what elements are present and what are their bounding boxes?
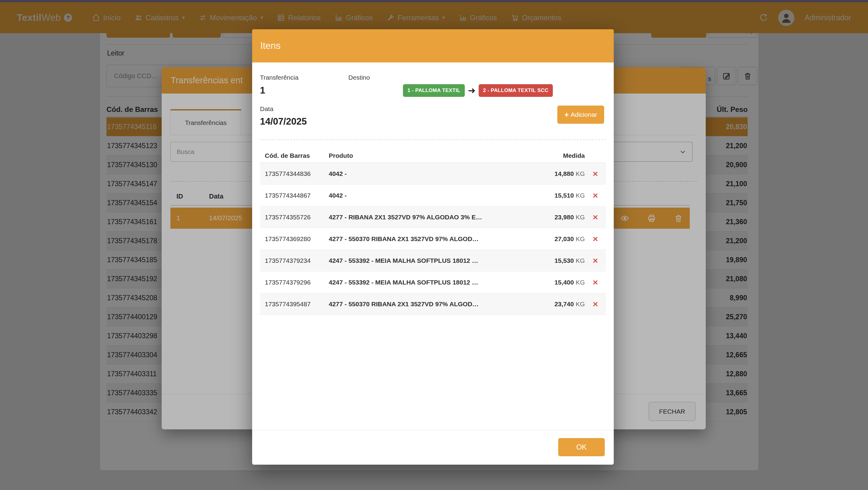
item-unit: KG	[576, 279, 585, 286]
items-table-row: 17357743954874277 - 550370 RIBANA 2X1 35…	[260, 293, 606, 315]
barcode-column-header: Cód. de Barras	[265, 152, 329, 159]
item-measure-cell: 15,400KG	[527, 279, 585, 286]
item-unit: KG	[576, 170, 585, 177]
add-item-button[interactable]: + Adicionar	[557, 105, 604, 124]
item-qty: 15,510	[554, 192, 574, 199]
item-barcode-cell: 1735774355726	[265, 214, 329, 221]
ok-button[interactable]: OK	[558, 438, 605, 456]
measure-column-header: Medida	[527, 152, 585, 159]
items-modal-header: Itens	[252, 29, 614, 62]
item-qty: 15,530	[554, 257, 574, 264]
add-item-label: Adicionar	[570, 111, 597, 118]
item-qty: 23,740	[554, 301, 574, 307]
item-product-cell: 4277 - 550370 RIBANA 2X1 3527VD 97% ALGO…	[329, 235, 527, 243]
screen: TextilWeb ? Início Cadastros ▾ Movimenta…	[0, 0, 868, 490]
items-table-row: 17357743557264277 - RIBANA 2X1 3527VD 97…	[260, 206, 606, 228]
destination-badge: 2 - PALLOMA TEXTIL SCC	[478, 84, 553, 97]
item-barcode-cell: 1735774369280	[265, 235, 329, 243]
items-table-row: 17357743692804277 - 550370 RIBANA 2X1 35…	[260, 228, 606, 250]
item-barcode-cell: 1735774379234	[265, 257, 329, 264]
destination-label: Destino	[348, 74, 370, 81]
items-table-row: 17357743448364042 -14,880KG×	[260, 163, 606, 185]
items-modal: Itens Transferência 1 Destino 1 - PALLOM…	[252, 29, 614, 465]
item-product-cell: 4277 - 550370 RIBANA 2X1 3527VD 97% ALGO…	[329, 301, 527, 308]
item-measure-cell: 27,030KG	[527, 235, 585, 243]
item-unit: KG	[576, 257, 585, 264]
origin-badge: 1 - PALLOMA TEXTIL	[403, 84, 465, 97]
transfer-label: Transferência	[260, 74, 299, 81]
remove-item-icon[interactable]: ×	[593, 255, 598, 266]
remove-item-icon[interactable]: ×	[593, 212, 598, 222]
item-unit: KG	[576, 235, 585, 242]
item-unit: KG	[576, 301, 585, 307]
item-barcode-cell: 1735774344867	[265, 192, 329, 199]
item-product-cell: 4042 -	[329, 170, 527, 177]
item-qty: 27,030	[554, 235, 574, 242]
items-table-row: 17357743448674042 -15,510KG×	[260, 185, 606, 206]
item-barcode-cell: 1735774379296	[265, 279, 329, 286]
item-qty: 14,880	[554, 170, 574, 177]
item-measure-cell: 23,740KG	[527, 301, 585, 308]
transfer-value: 1	[260, 85, 265, 96]
items-table-row: 17357743792344247 - 553392 - MEIA MALHA …	[260, 250, 606, 272]
transfer-route: 1 - PALLOMA TEXTIL ➜ 2 - PALLOMA TEXTIL …	[403, 84, 553, 97]
item-measure-cell: 23,980KG	[527, 214, 585, 221]
remove-item-icon[interactable]: ×	[593, 190, 598, 200]
date-value: 14/07/2025	[260, 116, 307, 127]
item-barcode-cell: 1735774395487	[265, 301, 329, 308]
item-measure-cell: 15,510KG	[527, 192, 585, 199]
items-table-header: Cód. de Barras Produto Medida	[260, 148, 606, 163]
item-unit: KG	[576, 192, 585, 199]
item-qty: 23,980	[554, 214, 574, 220]
product-column-header: Produto	[329, 152, 527, 159]
items-modal-title: Itens	[260, 40, 280, 51]
plus-icon: +	[564, 111, 569, 119]
remove-item-icon[interactable]: ×	[593, 277, 598, 287]
items-table-row: 17357743792964247 - 553392 - MEIA MALHA …	[260, 272, 606, 293]
item-product-cell: 4042 -	[329, 192, 527, 199]
item-measure-cell: 15,530KG	[527, 257, 585, 264]
remove-item-icon[interactable]: ×	[593, 299, 598, 309]
date-label: Data	[260, 105, 273, 113]
item-product-cell: 4247 - 553392 - MEIA MALHA SOFTPLUS 1801…	[329, 279, 527, 286]
item-measure-cell: 14,880KG	[527, 170, 585, 177]
dashed-divider	[260, 140, 606, 140]
item-qty: 15,400	[554, 279, 574, 286]
item-unit: KG	[576, 214, 585, 220]
footer-divider	[252, 430, 614, 430]
item-product-cell: 4247 - 553392 - MEIA MALHA SOFTPLUS 1801…	[329, 257, 527, 264]
remove-item-icon[interactable]: ×	[593, 234, 598, 244]
item-product-cell: 4277 - RIBANA 2X1 3527VD 97% ALGODAO 3% …	[329, 214, 527, 221]
items-table: 17357743448364042 -14,880KG×173577434486…	[260, 163, 606, 315]
arrow-right-icon: ➜	[468, 86, 475, 95]
item-barcode-cell: 1735774344836	[265, 170, 329, 177]
remove-item-icon[interactable]: ×	[593, 169, 598, 179]
